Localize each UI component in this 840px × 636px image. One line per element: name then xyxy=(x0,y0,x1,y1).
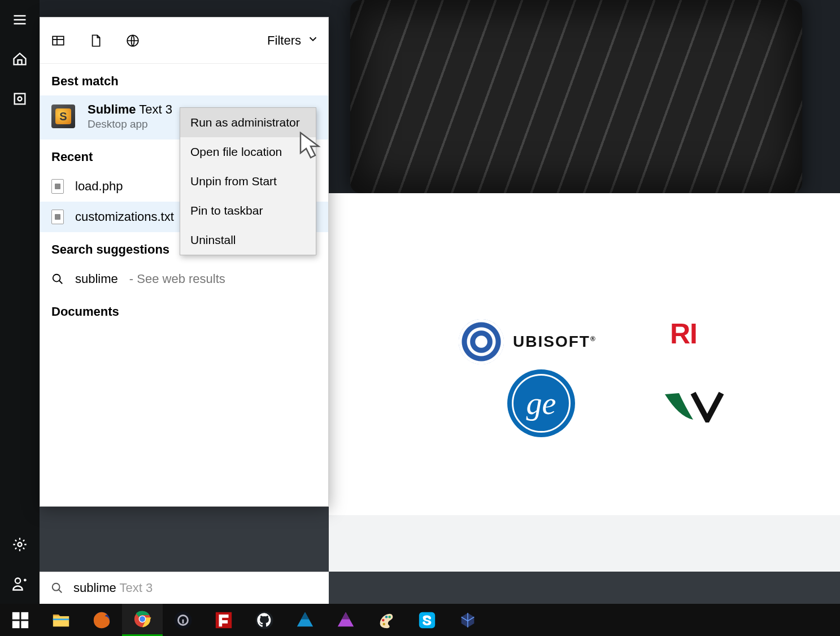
svg-rect-0 xyxy=(15,94,25,104)
section-best-match: Best match xyxy=(40,64,328,95)
ubisoft-swirl-icon xyxy=(459,319,504,364)
apps-scope-icon[interactable] xyxy=(49,32,67,50)
ubisoft-logo: UBISOFT® xyxy=(459,319,597,364)
taskbar-filezilla[interactable] xyxy=(203,604,244,636)
sublime-text-icon: S xyxy=(51,104,75,128)
taskbar xyxy=(0,604,840,636)
svg-point-6 xyxy=(53,275,60,282)
file-icon xyxy=(51,179,64,194)
account-icon[interactable] xyxy=(0,564,40,604)
best-match-subtitle: Desktop app xyxy=(88,118,172,130)
ubisoft-wordmark: UBISOFT® xyxy=(513,333,597,351)
search-scope-tabs: Filters xyxy=(40,18,328,64)
svg-point-24 xyxy=(385,616,388,618)
svg-rect-20 xyxy=(182,619,184,623)
v-swoosh-logo xyxy=(662,389,724,422)
ctx-uninstall[interactable]: Uninstall xyxy=(180,225,316,255)
recent-item-name: customizations.txt xyxy=(75,210,174,224)
svg-point-3 xyxy=(15,578,20,583)
search-icon xyxy=(51,582,63,594)
taskbar-file-explorer[interactable] xyxy=(41,604,81,636)
svg-point-26 xyxy=(382,622,385,625)
svg-rect-4 xyxy=(53,36,64,45)
search-icon xyxy=(51,273,64,285)
file-icon xyxy=(51,210,64,224)
web-suggestion[interactable]: sublime - See web results xyxy=(40,264,328,294)
svg-rect-9 xyxy=(21,612,28,619)
svg-rect-10 xyxy=(12,621,20,628)
start-search-panel: Filters Best match S Sublime Text 3 Desk… xyxy=(40,17,329,507)
taskbar-github[interactable] xyxy=(244,604,285,636)
taskbar-paint[interactable] xyxy=(366,604,407,636)
taskbar-virtualbox[interactable] xyxy=(447,604,488,636)
ctx-unpin-from-start[interactable]: Unpin from Start xyxy=(180,167,316,196)
ri-logo-fragment: RI xyxy=(670,317,697,350)
hamburger-icon[interactable] xyxy=(0,0,40,40)
taskbar-affinity-photo[interactable] xyxy=(325,604,366,636)
svg-point-2 xyxy=(18,543,22,547)
suggestion-query: sublime xyxy=(75,272,118,286)
ge-logo: ge xyxy=(507,369,575,437)
suggestion-hint: - See web results xyxy=(129,272,225,286)
ctx-open-file-location[interactable]: Open file location xyxy=(180,137,316,167)
taskbar-chrome[interactable] xyxy=(122,604,163,636)
section-documents: Documents xyxy=(40,294,328,326)
svg-point-17 xyxy=(140,616,145,622)
svg-point-23 xyxy=(382,618,385,621)
collection-icon[interactable] xyxy=(0,79,40,119)
hero-image xyxy=(350,0,802,193)
start-side-rail xyxy=(0,0,40,604)
ctx-pin-to-taskbar[interactable]: Pin to taskbar xyxy=(180,196,316,225)
taskbar-password-manager[interactable] xyxy=(163,604,203,636)
context-menu: Run as administrator Open file location … xyxy=(180,107,316,255)
recent-item-name: load.php xyxy=(75,179,123,194)
search-typed-text: sublime Text 3 xyxy=(73,581,153,595)
page-footer-strip xyxy=(329,515,840,572)
start-button[interactable] xyxy=(0,604,41,636)
taskbar-firefox[interactable] xyxy=(81,604,122,636)
best-match-title: Sublime Text 3 xyxy=(88,102,172,117)
svg-rect-11 xyxy=(21,621,28,628)
svg-point-1 xyxy=(18,97,22,101)
filters-label: Filters xyxy=(267,33,301,48)
taskbar-affinity-designer[interactable] xyxy=(285,604,325,636)
ctx-run-as-admin[interactable]: Run as administrator xyxy=(180,108,316,137)
home-icon[interactable] xyxy=(0,40,40,79)
web-scope-icon[interactable] xyxy=(124,32,142,50)
documents-scope-icon[interactable] xyxy=(86,32,105,50)
filters-dropdown[interactable]: Filters xyxy=(267,33,319,49)
svg-rect-13 xyxy=(53,618,69,620)
svg-point-25 xyxy=(388,616,391,618)
taskbar-skype[interactable] xyxy=(407,604,447,636)
svg-rect-12 xyxy=(53,616,69,626)
svg-rect-8 xyxy=(12,612,20,619)
search-input[interactable]: sublime Text 3 xyxy=(40,572,329,604)
svg-point-7 xyxy=(53,583,60,591)
chevron-down-icon xyxy=(307,33,319,49)
settings-icon[interactable] xyxy=(0,525,40,564)
